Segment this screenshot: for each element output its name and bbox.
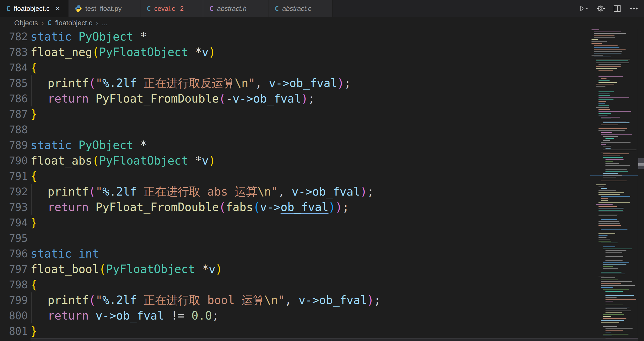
line-number: 801 — [0, 325, 31, 337]
code-line[interactable]: 788 — [0, 122, 590, 137]
code-text: printf("%.2lf 正在进行取 bool 运算\n", v->ob_fv… — [31, 292, 381, 308]
minimap-line — [605, 159, 624, 160]
code-line[interactable]: 787} — [0, 106, 590, 122]
minimap-line — [598, 128, 627, 129]
c-file-icon: C — [47, 19, 51, 27]
minimap-line — [605, 307, 630, 307]
code-token-esc: \n — [235, 76, 248, 90]
minimap-line — [598, 202, 630, 203]
line-number: 800 — [0, 310, 31, 322]
minimap-line — [598, 223, 620, 224]
minimap[interactable] — [590, 29, 638, 341]
tab-abstract-h[interactable]: Cabstract.h — [203, 0, 268, 17]
code-token-b1: ( — [92, 154, 99, 167]
code-line[interactable]: 791{ — [0, 168, 590, 184]
code-line[interactable]: 799printf("%.2lf 正在进行取 bool 运算\n", v->ob… — [0, 292, 590, 308]
editor-actions — [580, 0, 638, 17]
minimap-line — [603, 153, 629, 154]
code-token-b1: { — [31, 278, 38, 291]
split-editor-icon[interactable] — [613, 4, 622, 13]
code-token-b2: ( — [219, 200, 226, 214]
line-number: 790 — [0, 155, 31, 167]
code-token-type: PyFloatObject — [99, 154, 188, 167]
code-text: float_neg(PyFloatObject *v) — [31, 44, 215, 60]
minimap-line — [594, 35, 615, 36]
code-editor[interactable]: 782static PyObject *783float_neg(PyFloat… — [0, 29, 644, 341]
scrollbar-slider[interactable] — [638, 158, 644, 169]
breadcrumb-item-symbols[interactable]: ... — [102, 19, 108, 27]
code-token-op: * — [188, 154, 202, 167]
code-line[interactable]: 795 — [0, 230, 590, 246]
tab-bar: Cfloatobject.c×test_float.pyCceval.c2Cab… — [0, 0, 644, 17]
code-line[interactable]: 784{ — [0, 60, 590, 75]
tab-test-float-py[interactable]: test_float.py — [69, 0, 140, 17]
code-token-b2: ( — [89, 76, 96, 90]
code-line[interactable]: 786return PyFloat_FromDouble(-v->ob_fval… — [0, 91, 590, 106]
code-line[interactable]: 800return v->ob_fval != 0.0; — [0, 308, 590, 323]
code-line[interactable]: 783float_neg(PyFloatObject *v) — [0, 44, 590, 60]
code-text: return PyFloat_FromDouble(fabs(v->ob_fva… — [31, 199, 349, 215]
code-token-op: ; — [367, 185, 374, 198]
code-line[interactable]: 797float_bool(PyFloatObject *v) — [0, 261, 590, 277]
minimap-line — [598, 95, 610, 96]
code-token-type: PyObject — [78, 138, 133, 152]
code-line[interactable]: 794} — [0, 215, 590, 230]
code-text: } — [31, 106, 38, 122]
line-number: 784 — [0, 62, 31, 74]
code-line[interactable]: 801} — [0, 323, 590, 339]
code-token-op — [89, 309, 96, 322]
code-line[interactable]: 785printf("%.2lf 正在进行取反运算\n", v->ob_fval… — [0, 75, 590, 91]
tab-abstract-c[interactable]: Cabstract.c — [268, 0, 333, 17]
minimap-line — [605, 161, 613, 162]
minimap-line — [601, 277, 615, 278]
c-file-icon: C — [147, 5, 151, 13]
code-token-ctl: return — [48, 92, 89, 105]
minimap-line — [605, 338, 638, 338]
line-number: 791 — [0, 170, 31, 182]
code-token-b1: ( — [99, 262, 106, 276]
gear-icon[interactable] — [596, 4, 605, 13]
code-token-b1: { — [31, 169, 38, 183]
breadcrumb-item-objects[interactable]: Objects — [14, 19, 38, 27]
code-line[interactable]: 790float_abs(PyFloatObject *v) — [0, 153, 590, 168]
minimap-line — [601, 181, 627, 181]
code-line[interactable]: 792printf("%.2lf 正在进行取 abs 运算\n", v->ob_… — [0, 184, 590, 199]
code-line[interactable]: 789static PyObject * — [0, 137, 590, 153]
code-line[interactable]: 798{ — [0, 277, 590, 292]
run-icon[interactable] — [580, 4, 589, 13]
line-number: 799 — [0, 294, 31, 306]
minimap-line — [601, 322, 619, 323]
minimap-line — [598, 103, 605, 104]
tab-label: test_float.py — [85, 5, 122, 13]
code-token-fn: PyFloat_FromDouble — [95, 200, 219, 214]
code-line[interactable]: 796static int — [0, 246, 590, 261]
breadcrumb-item-file[interactable]: floatobject.c — [55, 19, 92, 27]
minimap-line — [601, 125, 618, 125]
code-text: static PyObject * — [31, 29, 147, 44]
code-line[interactable]: 793return PyFloat_FromDouble(fabs(v->ob_… — [0, 199, 590, 215]
minimap-line — [605, 252, 622, 253]
minimap-line — [605, 260, 623, 261]
code-text: } — [31, 323, 38, 339]
minimap-line — [603, 334, 628, 335]
tab-floatobject-c[interactable]: Cfloatobject.c× — [0, 0, 69, 17]
code-line[interactable]: 782static PyObject * — [0, 29, 590, 44]
code-token-link[interactable]: ob_fval — [281, 200, 328, 214]
minimap-line — [596, 66, 621, 67]
code-text: static PyObject * — [31, 137, 147, 153]
minimap-line — [601, 117, 620, 118]
code-token-op: * — [188, 45, 202, 59]
code-token-b1: } — [31, 216, 38, 229]
ellipsis-icon[interactable] — [630, 4, 638, 13]
tab-ceval-c[interactable]: Cceval.c2 — [140, 0, 203, 17]
scrollbar-track[interactable] — [638, 29, 644, 341]
line-number: 788 — [0, 124, 31, 136]
chevron-right-icon: › — [42, 19, 44, 27]
close-icon[interactable]: × — [56, 4, 60, 13]
minimap-line — [596, 63, 629, 63]
breadcrumb: Objects › C floatobject.c › ... — [0, 17, 644, 29]
minimap-line — [603, 146, 611, 146]
code-token-fmt: %.2lf — [102, 76, 137, 90]
minimap-line — [605, 171, 628, 172]
code-token-b1: } — [31, 324, 38, 338]
